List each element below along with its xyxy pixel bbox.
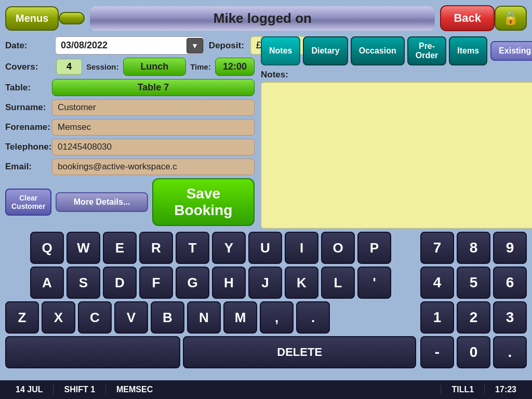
key-s[interactable]: S [66, 267, 100, 299]
key-f[interactable]: F [139, 267, 173, 299]
tab-preorder[interactable]: Pre-Order [407, 36, 447, 65]
key-6[interactable]: 6 [493, 267, 527, 299]
key-1[interactable]: 1 [420, 301, 454, 334]
key-i[interactable]: I [285, 232, 318, 264]
notes-textarea[interactable] [261, 82, 532, 229]
main-content: Date: ▼ Deposit: £ Covers: 4 Session: Lu… [0, 36, 532, 229]
key-z[interactable]: Z [5, 301, 39, 334]
key-3[interactable]: 3 [493, 301, 527, 334]
key-g[interactable]: G [176, 267, 209, 299]
key-v[interactable]: V [114, 301, 148, 334]
key-r[interactable]: R [139, 232, 173, 264]
tab-items[interactable]: Items [449, 36, 487, 65]
key-apostrophe[interactable]: ' [357, 267, 391, 299]
key-k[interactable]: K [285, 267, 318, 299]
key-h[interactable]: H [212, 267, 246, 299]
more-details-button[interactable]: More Details... [56, 192, 148, 212]
session-value[interactable]: Lunch [123, 58, 187, 76]
status-bar: 14 JUL SHIFT 1 MEMSEC TILL1 17:23 [0, 380, 532, 399]
key-u[interactable]: U [248, 232, 282, 264]
key-5[interactable]: 5 [457, 267, 490, 299]
key-c[interactable]: C [78, 301, 112, 334]
lock-button[interactable]: 🔒 [495, 6, 527, 31]
keyboard-section: Q W E R T Y U I O P A S D F G H J K [0, 229, 532, 374]
status-date: 14 JUL [5, 385, 54, 394]
back-button[interactable]: Back [440, 5, 495, 31]
time-label: Time: [190, 62, 211, 71]
status-time: 17:23 [485, 385, 527, 394]
key-0[interactable]: 0 [457, 336, 490, 368]
covers-label: Covers: [5, 62, 52, 72]
keyboard-numpad: 7 8 9 4 5 6 1 2 3 - 0 . [420, 232, 527, 371]
menus-button[interactable]: Menus [5, 6, 59, 31]
key-j[interactable]: J [248, 267, 282, 299]
telephone-field[interactable]: 01245408030 [52, 139, 255, 155]
unknown-button[interactable] [59, 12, 85, 24]
existing-button[interactable]: Existing... [490, 41, 532, 61]
key-p[interactable]: P [357, 232, 391, 264]
key-delete[interactable]: DELETE [183, 336, 416, 368]
time-value[interactable]: 12:00 [215, 58, 255, 76]
right-panel: Notes Dietary Occasion Pre-Order Items E… [261, 36, 532, 229]
left-panel: Date: ▼ Deposit: £ Covers: 4 Session: Lu… [5, 36, 255, 229]
forename-label: Forename: [5, 122, 52, 132]
key-period[interactable]: . [296, 301, 330, 334]
table-label: Table: [5, 83, 52, 93]
key-y[interactable]: Y [212, 232, 246, 264]
surname-field[interactable]: Customer [52, 99, 255, 116]
header: Menus Mike logged on Back 🔒 [0, 0, 532, 36]
surname-label: Surname: [5, 102, 52, 113]
key-a[interactable]: A [30, 267, 64, 299]
tab-notes[interactable]: Notes [261, 36, 300, 65]
key-2[interactable]: 2 [457, 301, 490, 334]
covers-value: 4 [56, 59, 82, 75]
date-dropdown[interactable]: ▼ [187, 38, 203, 54]
key-w[interactable]: W [66, 232, 100, 264]
header-title: Mike logged on [90, 6, 435, 31]
table-value[interactable]: Table 7 [52, 79, 255, 96]
key-x[interactable]: X [42, 301, 75, 334]
keyboard-main: Q W E R T Y U I O P A S D F G H J K [5, 232, 527, 371]
key-t[interactable]: T [176, 232, 209, 264]
key-8[interactable]: 8 [457, 232, 490, 264]
key-b[interactable]: B [151, 301, 184, 334]
key-comma[interactable]: , [260, 301, 294, 334]
key-e[interactable]: E [103, 232, 137, 264]
key-minus[interactable]: - [420, 336, 454, 368]
tab-dietary[interactable]: Dietary [303, 36, 348, 65]
date-label: Date: [5, 41, 52, 51]
deposit-label: Deposit: [209, 41, 244, 51]
tabs-row: Notes Dietary Occasion Pre-Order Items [261, 36, 487, 65]
forename-field[interactable]: Memsec [52, 119, 255, 136]
key-7[interactable]: 7 [420, 232, 454, 264]
tab-occasion[interactable]: Occasion [351, 36, 405, 65]
key-9[interactable]: 9 [493, 232, 527, 264]
clear-customer-button[interactable]: Clear Customer [5, 189, 51, 216]
telephone-label: Telephone: [5, 142, 52, 152]
session-label: Session: [86, 62, 119, 71]
status-user: MEMSEC [106, 385, 441, 394]
key-q[interactable]: Q [30, 232, 64, 264]
email-field[interactable]: bookings@active-workspace.c [52, 158, 255, 175]
date-input[interactable] [56, 37, 187, 54]
email-label: Email: [5, 162, 52, 172]
key-4[interactable]: 4 [420, 267, 454, 299]
key-dot[interactable]: . [493, 336, 527, 368]
keyboard-row-3: Z X C V B N M , . [5, 301, 416, 334]
key-d[interactable]: D [103, 267, 137, 299]
keyboard-row-2: A S D F G H J K L ' [5, 267, 416, 299]
notes-label: Notes: [261, 70, 532, 80]
save-booking-button[interactable]: Save Booking [152, 178, 255, 226]
keyboard-row-1: Q W E R T Y U I O P [5, 232, 416, 264]
key-space-left[interactable] [5, 336, 180, 368]
key-m[interactable]: M [223, 301, 257, 334]
keyboard-row-4: DELETE [5, 336, 416, 368]
key-l[interactable]: L [321, 267, 355, 299]
key-n[interactable]: N [187, 301, 221, 334]
status-till: TILL1 [441, 385, 485, 394]
keyboard-alpha: Q W E R T Y U I O P A S D F G H J K [5, 232, 416, 371]
status-shift: SHIFT 1 [54, 385, 106, 394]
key-o[interactable]: O [321, 232, 355, 264]
